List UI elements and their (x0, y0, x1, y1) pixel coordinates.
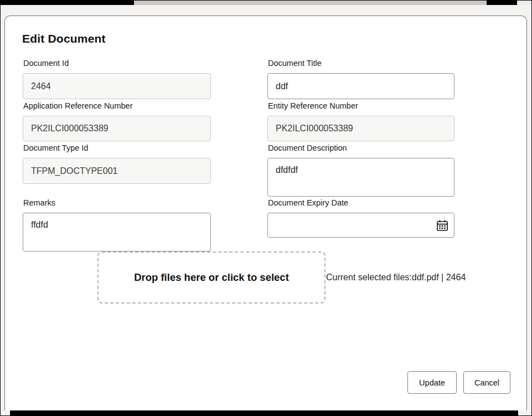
document-title-label: Document Title (268, 58, 454, 69)
page-top-strip (0, 0, 532, 5)
calendar-picker-button[interactable] (436, 219, 449, 232)
document-expiry-date-input[interactable] (267, 213, 454, 238)
remarks-label: Remarks (23, 198, 211, 208)
edit-document-dialog: Edit Document Document Id Document Title… (4, 16, 527, 410)
document-description-textarea[interactable]: dfdfdf (267, 158, 454, 197)
dialog-title: Edit Document (22, 32, 106, 45)
document-type-id-input (23, 158, 211, 184)
update-button[interactable]: Update (407, 371, 457, 394)
document-expiry-date-label: Document Expiry Date (268, 198, 454, 208)
entity-reference-field: Entity Reference Number (267, 101, 454, 141)
document-id-field: Document Id (23, 58, 211, 99)
document-expiry-date-field: Document Expiry Date (267, 198, 454, 238)
remarks-textarea[interactable]: ffdfd (23, 213, 211, 251)
page-top-strip-light (517, 0, 532, 5)
document-id-label: Document Id (23, 58, 211, 69)
file-dropzone[interactable]: Drop files here or click to select (97, 251, 326, 304)
page-top-strip-gray (134, 0, 487, 5)
document-id-input (23, 73, 211, 99)
document-description-label: Document Description (268, 143, 454, 153)
document-title-input[interactable] (267, 73, 454, 99)
document-type-id-label: Document Type Id (23, 143, 211, 153)
document-type-id-field: Document Type Id (23, 143, 211, 184)
file-dropzone-label: Drop files here or click to select (134, 271, 289, 284)
remarks-field: Remarks ffdfd (23, 198, 211, 251)
selected-files-text: Current selected files:ddf.pdf | 2464 (326, 251, 509, 304)
entity-reference-label: Entity Reference Number (268, 101, 454, 111)
document-description-field: Document Description dfdfdf (267, 143, 454, 197)
cancel-button[interactable]: Cancel (463, 371, 510, 394)
entity-reference-input (267, 116, 454, 141)
application-reference-label: Application Reference Number (23, 101, 211, 111)
application-reference-input (23, 116, 211, 141)
calendar-icon (436, 219, 448, 232)
application-reference-field: Application Reference Number (23, 101, 211, 141)
document-title-field: Document Title (267, 58, 454, 99)
page-bottom-strip (10, 410, 518, 416)
